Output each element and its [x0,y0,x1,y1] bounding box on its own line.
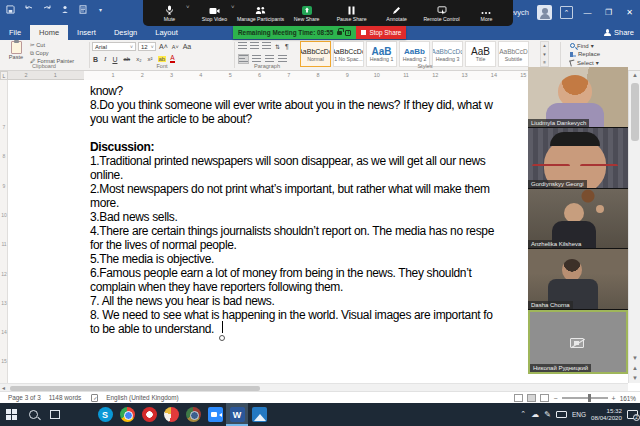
tab-insert[interactable]: Insert [68,25,105,40]
participant-video-gordiynskyy-georgi[interactable]: Gordiynskyy Georgi [528,128,628,189]
word-share-button[interactable]: Share [604,25,634,40]
shrink-font-button[interactable]: A˅ [171,44,180,50]
search-button[interactable] [22,403,44,426]
page-indicator[interactable]: Page 3 of 3 [8,394,41,401]
subscript-button[interactable]: x₂ [135,56,142,62]
taskbar-icon-red-circle-app[interactable] [160,403,182,426]
participant-video-liudmyla-dankevych[interactable]: Liudmyla Dankevych [528,67,628,128]
taskbar-icon-zoom[interactable] [204,403,226,426]
horizontal-scrollbar[interactable]: ◄ [0,383,628,391]
language-abbr[interactable]: ENG [572,411,586,418]
horizontal-scroll-thumb[interactable] [10,386,260,391]
zoom-manage-participants-button[interactable]: Manage Participants [237,0,284,26]
bold-button[interactable]: B [92,56,99,63]
onedrive-cloud-icon[interactable]: ☁ [531,410,539,420]
zoom-annotate-button[interactable]: Annotate [374,0,419,26]
taskbar-icon-skype[interactable]: S [94,403,116,426]
find-button[interactable]: Find ▾ [570,42,600,49]
cursor-handle[interactable] [219,335,225,341]
language-indicator[interactable]: English (United Kingdom) [106,394,178,401]
font-family-combo[interactable]: Arial˅ [92,42,136,51]
font-size-combo[interactable]: 12˅ [138,42,156,51]
next-page-icon[interactable]: ▼ [629,375,640,381]
chevron-down-icon[interactable]: ˅ [186,5,191,10]
tab-layout[interactable]: Layout [146,25,187,40]
zoom-in-button[interactable]: + [612,395,616,402]
minimize-button[interactable]: — [581,6,594,19]
taskbar-icon-word[interactable]: W [226,403,248,426]
editing-group: Find ▾ Replace Select ▾ [570,42,600,66]
print-layout-button[interactable] [527,394,536,402]
zoom-slider[interactable] [562,397,608,399]
zoom-stop-video-button[interactable]: Stop Video˅ [192,0,237,26]
zoom-mute-button[interactable]: Mute˅ [147,0,192,26]
customize-qat-chevron-icon[interactable]: ▾ [95,4,106,15]
numbering-button[interactable] [250,42,259,50]
sort-button[interactable]: ⇅ [274,43,281,50]
zoom-slider-thumb[interactable] [588,394,592,402]
touch-keyboard-icon[interactable] [556,411,567,418]
underline-button[interactable]: U [111,56,118,63]
taskbar-icon-red-browser[interactable] [138,403,160,426]
zoom-level[interactable]: 161% [620,395,636,402]
superscript-button[interactable]: x² [147,56,154,62]
print-preview-icon[interactable] [77,4,88,15]
change-case-button[interactable]: Aa [182,43,193,50]
tray-expand-icon[interactable]: ⌃ [520,409,526,419]
taskbar-icon-chrome-2[interactable] [182,403,204,426]
strikethrough-button[interactable]: ab [122,56,131,62]
vertical-scroll-thumb[interactable] [631,83,639,141]
zoom-out-button[interactable]: − [553,395,557,402]
task-view-button[interactable] [44,403,66,426]
info-icon[interactable]: i [345,30,351,36]
tab-selector[interactable]: L [0,71,8,80]
highlight-button[interactable]: ab [158,56,167,62]
word-count[interactable]: 1148 words [49,394,82,401]
restore-button[interactable]: ❐ [602,6,615,19]
close-button[interactable]: ✕ [623,6,636,19]
clock[interactable]: 15:32 08/04/2020 [591,408,622,421]
bullets-button[interactable] [238,42,247,50]
tab-home[interactable]: Home [30,25,68,40]
chevron-down-icon[interactable]: ˅ [231,5,236,10]
zoom-pause-share-button[interactable]: Pause Share [329,0,374,26]
read-mode-button[interactable] [514,394,523,402]
replace-button[interactable]: Replace [570,51,600,57]
taskbar-icon-chrome[interactable] [116,403,138,426]
zoom-more-button[interactable]: More [464,0,509,26]
save-icon[interactable] [5,4,16,15]
stop-share-button[interactable]: Stop Share [356,26,406,39]
taskbar-icon-photos[interactable] [248,403,270,426]
undo-icon[interactable] [23,4,34,15]
select-button[interactable]: Select ▾ [570,59,600,66]
ink-workspace-icon[interactable]: ✎ [544,410,551,420]
user-avatar[interactable] [537,5,552,20]
start-button[interactable] [0,403,22,426]
previous-page-icon[interactable]: ▲ [629,365,640,371]
action-center-icon[interactable]: 2 [627,410,638,419]
participant-video-anzhelika-kilsheva[interactable]: Anzhelika Kilsheva [528,189,628,250]
show-paragraph-marks-button[interactable]: ¶ [284,43,290,50]
vertical-ruler[interactable]: 789101112131415 [0,80,8,383]
tab-file[interactable]: File [0,25,30,40]
touch-mode-icon[interactable] [59,4,70,15]
taskbar-icon-file-explorer[interactable] [72,403,94,426]
vertical-scrollbar[interactable]: ▲ ▼ ▲ ▼ [628,71,640,383]
grow-font-button[interactable]: A˄ [158,43,169,50]
copy-button[interactable]: ⧉ Copy [30,50,74,57]
italic-button[interactable]: I [103,55,107,63]
proofing-icon[interactable] [91,394,98,402]
cut-button[interactable]: ✂ Cut [30,42,74,48]
participant-video-dasha-chorna[interactable]: Dasha Chorna [528,249,628,310]
zoom-new-share-button[interactable]: New Share [284,0,329,26]
participant-video--[interactable]: Николай Рудницкий [528,310,628,374]
redo-icon[interactable] [41,4,52,15]
ribbon-display-options-icon[interactable]: ⌃ [560,6,573,19]
scroll-up-icon[interactable]: ▲ [629,72,640,78]
web-layout-button[interactable] [540,394,549,402]
multilevel-list-button[interactable] [262,42,271,50]
scroll-down-icon[interactable]: ▼ [629,355,640,361]
font-color-button[interactable]: A [170,55,174,63]
tab-design[interactable]: Design [105,25,146,40]
zoom-remote-control-button[interactable]: Remote Control [419,0,464,26]
